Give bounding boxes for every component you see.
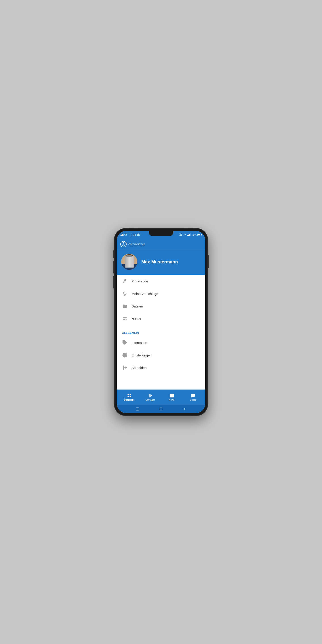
phone-screen: 15:47 31 bbox=[117, 231, 205, 413]
nav-label-chats: Chats bbox=[190, 399, 196, 401]
svg-marker-31 bbox=[149, 394, 152, 397]
nav-item-news[interactable]: News bbox=[161, 391, 182, 403]
grid-icon bbox=[127, 393, 132, 398]
status-time: 15:47 bbox=[120, 233, 127, 236]
bell-muted-icon bbox=[179, 234, 182, 236]
profile-name: Max Mustermann bbox=[141, 260, 178, 264]
avatar bbox=[121, 254, 137, 270]
nav-label-umfragen: Umfragen bbox=[146, 399, 156, 401]
nav-item-umfragen[interactable]: Umfragen bbox=[140, 391, 161, 403]
menu-label-nutzer: Nutzer bbox=[132, 317, 141, 321]
menu-item-interessen[interactable]: Interessen bbox=[117, 336, 205, 349]
extra-button bbox=[113, 276, 114, 288]
svg-rect-30 bbox=[130, 396, 131, 397]
android-back-btn[interactable] bbox=[182, 407, 187, 411]
bottom-nav: Übersicht Umfragen bbox=[117, 390, 205, 405]
svg-rect-15 bbox=[126, 260, 130, 261]
android-recents-btn[interactable] bbox=[135, 407, 140, 411]
android-nav-bar bbox=[117, 405, 205, 413]
chat-icon bbox=[190, 393, 196, 398]
volume-down-button bbox=[113, 261, 114, 274]
svg-text:31: 31 bbox=[130, 234, 130, 236]
tag-icon bbox=[122, 340, 128, 345]
folder-icon bbox=[122, 304, 128, 309]
svg-line-7 bbox=[180, 234, 182, 236]
status-bar: 15:47 31 bbox=[117, 231, 205, 239]
logout-icon bbox=[122, 365, 128, 370]
menu-item-vorschlaege[interactable]: Meine Vorschläge bbox=[117, 287, 205, 300]
svg-rect-11 bbox=[121, 264, 137, 270]
menu-label-pinnwaende: Pinnwände bbox=[132, 279, 148, 283]
svg-point-23 bbox=[125, 317, 126, 318]
svg-point-37 bbox=[160, 408, 162, 410]
newspaper-icon bbox=[169, 393, 174, 398]
menu-label-abmelden: Abmelden bbox=[132, 366, 147, 370]
nav-label-news: News bbox=[169, 399, 174, 401]
svg-rect-14 bbox=[126, 260, 130, 266]
menu-item-nutzer[interactable]: Nutzer bbox=[117, 312, 205, 325]
nav-item-uebersicht[interactable]: Übersicht bbox=[118, 391, 140, 403]
menu-divider bbox=[122, 327, 200, 327]
logo-icon bbox=[122, 242, 126, 246]
svg-point-13 bbox=[125, 254, 133, 259]
menu-item-abmelden[interactable]: Abmelden bbox=[117, 361, 205, 374]
signal-icon bbox=[187, 234, 190, 236]
svg-point-12 bbox=[125, 256, 133, 265]
pin-icon bbox=[122, 278, 128, 284]
svg-point-22 bbox=[124, 317, 125, 318]
power-button bbox=[208, 255, 209, 268]
profile-section: Max Mustermann bbox=[117, 250, 205, 275]
app-title: österreicher bbox=[128, 242, 145, 246]
battery-icon bbox=[198, 234, 202, 236]
svg-rect-27 bbox=[128, 394, 129, 395]
svg-point-9 bbox=[123, 244, 124, 245]
app-logo bbox=[120, 241, 126, 247]
menu-item-pinnwaende[interactable]: Pinnwände bbox=[117, 275, 205, 287]
calendar-icon: 31 bbox=[128, 234, 132, 236]
svg-rect-28 bbox=[130, 394, 131, 395]
svg-rect-36 bbox=[136, 408, 139, 410]
menu-item-einstellungen[interactable]: Einstellungen bbox=[117, 349, 205, 361]
menu-label-dateien: Dateien bbox=[132, 304, 143, 308]
photo-icon bbox=[133, 234, 136, 236]
gear-icon bbox=[122, 352, 128, 358]
users-icon bbox=[122, 316, 128, 321]
nav-item-chats[interactable]: Chats bbox=[182, 391, 204, 403]
status-left: 15:47 31 bbox=[120, 233, 140, 236]
avatar-image bbox=[121, 254, 137, 270]
phone-device: 15:47 31 bbox=[114, 228, 208, 416]
volume-up-button bbox=[113, 250, 114, 258]
poll-icon bbox=[148, 393, 153, 398]
menu-label-interessen: Interessen bbox=[132, 341, 147, 344]
status-right: 71 % bbox=[179, 234, 202, 236]
wifi-icon bbox=[183, 234, 186, 236]
menu-section: Pinnwände Meine Vorschläge bbox=[117, 275, 205, 390]
section-header-allgemein: ALLGEMEIN bbox=[117, 329, 205, 336]
menu-item-dateien[interactable]: Dateien bbox=[117, 300, 205, 312]
app-header: österreicher bbox=[117, 239, 205, 250]
battery-text: 71 % bbox=[192, 234, 196, 236]
nav-label-uebersicht: Übersicht bbox=[124, 399, 134, 401]
notch bbox=[149, 231, 173, 236]
svg-rect-16 bbox=[126, 266, 130, 266]
svg-rect-29 bbox=[128, 396, 129, 397]
menu-label-einstellungen: Einstellungen bbox=[132, 353, 152, 357]
android-home-btn[interactable] bbox=[159, 407, 163, 411]
facebook-icon bbox=[137, 234, 140, 236]
menu-label-vorschlaege: Meine Vorschläge bbox=[132, 292, 158, 296]
lightbulb-icon bbox=[122, 291, 128, 296]
svg-point-5 bbox=[134, 234, 134, 235]
